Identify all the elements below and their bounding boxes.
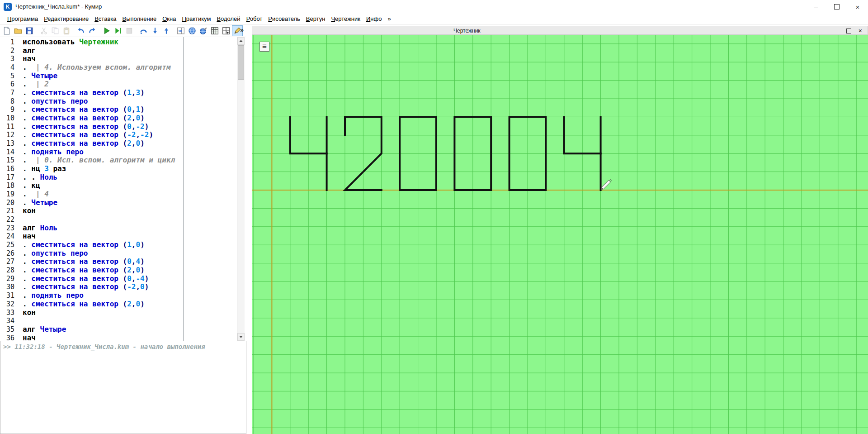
code-line[interactable]: . | 4. Используем вспом. алгоритм — [23, 63, 183, 72]
menu-praktikum[interactable]: Практикум — [179, 14, 213, 24]
scroll-up-button[interactable] — [237, 37, 245, 45]
console-message: >> 11:32:18 - Чертежник_Числа.kum - нача… — [0, 341, 246, 352]
toolbar-paste-button — [61, 25, 72, 36]
code-line[interactable]: . сместиться на вектор (1,0) — [23, 241, 183, 249]
code-line[interactable] — [23, 215, 183, 224]
panel-splitter[interactable] — [246, 24, 252, 434]
close-button[interactable]: × — [847, 0, 868, 14]
code-line[interactable]: кон — [23, 207, 183, 215]
output-console[interactable]: >> 11:32:18 - Чертежник_Числа.kum - нача… — [0, 341, 246, 434]
toolbar-save-button[interactable] — [24, 25, 35, 36]
code-line[interactable]: кон — [23, 309, 183, 317]
toolbar-robot-window-button[interactable] — [187, 25, 198, 36]
scroll-down-button[interactable] — [237, 333, 245, 341]
line-number: 20 — [0, 199, 17, 207]
code-editor[interactable]: 1234567891011121314151617181920212223242… — [0, 37, 246, 341]
menu-okna[interactable]: Окна — [160, 14, 179, 24]
menu-overflow[interactable]: » — [385, 14, 393, 24]
code-line[interactable]: алг — [23, 47, 183, 55]
editor-scrollbar[interactable] — [237, 37, 245, 341]
line-number: 1 — [0, 38, 17, 47]
toolbar-show-margins-button[interactable]: 10 — [175, 25, 186, 36]
menu-risovatel[interactable]: Рисователь — [265, 14, 302, 24]
code-line[interactable]: нач — [23, 55, 183, 63]
toolbar-step-in-button[interactable] — [150, 25, 160, 36]
code-line[interactable]: . опустить перо — [23, 249, 183, 258]
code-line[interactable]: . поднять перо — [23, 148, 183, 157]
code-line[interactable]: . сместиться на вектор (2,0) — [23, 266, 183, 275]
code-line[interactable]: . | 2 — [23, 80, 183, 89]
drawer-close-icon[interactable]: × — [859, 27, 862, 35]
toolbar-run-button[interactable] — [101, 25, 112, 36]
code-line[interactable]: . | 4 — [23, 190, 183, 199]
menu-redaktirovanie[interactable]: Редактирование — [41, 14, 91, 24]
toolbar-overflow-button[interactable]: » — [240, 26, 244, 33]
toolbar-open-button[interactable] — [13, 25, 24, 36]
code-line[interactable]: . сместиться на вектор (1,3) — [23, 89, 183, 97]
code-line[interactable]: . опустить перо — [23, 97, 183, 106]
code-line[interactable]: . сместиться на вектор (0,-2) — [23, 123, 183, 131]
drawer-title: Чертежник — [453, 28, 481, 34]
code-line[interactable]: . . Ноль — [23, 173, 183, 182]
code-line[interactable]: . сместиться на вектор (0,4) — [23, 258, 183, 266]
code-line[interactable]: использовать Чертежник — [23, 38, 183, 47]
drawer-titlebar[interactable]: Чертежник × — [252, 26, 868, 35]
code-line[interactable]: . сместиться на вектор (2,0) — [23, 114, 183, 123]
code-line[interactable]: . нц 3 раз — [23, 165, 183, 173]
drawer-field-svg — [252, 35, 868, 434]
toolbar-step-over-button[interactable] — [138, 25, 149, 36]
toolbar-field-editor-button[interactable] — [221, 25, 231, 36]
toolbar-redo-button[interactable] — [87, 25, 98, 36]
scrollbar-thumb[interactable] — [238, 45, 244, 80]
menu-vypolnenie[interactable]: Выполнение — [120, 14, 160, 24]
step-in-icon — [151, 27, 159, 35]
code-area[interactable]: использовать Чертежникалгнач. | 4. Испол… — [23, 38, 183, 341]
code-line[interactable]: . кц — [23, 181, 183, 190]
toolbar-new-button[interactable] — [1, 25, 12, 36]
code-line[interactable]: нач — [23, 232, 183, 241]
menu-info[interactable]: Инфо — [363, 14, 384, 24]
cut-icon — [40, 27, 48, 35]
line-number: 31 — [0, 291, 17, 300]
copy-icon — [51, 27, 59, 35]
toolbar-step-out-button[interactable] — [161, 25, 172, 36]
code-line[interactable]: . сместиться на вектор (0,1) — [23, 105, 183, 114]
code-line[interactable]: алг Ноль — [23, 224, 183, 233]
code-line[interactable]: . сместиться на вектор (-2,-2) — [23, 131, 183, 139]
menu-robot[interactable]: Робот — [244, 14, 265, 24]
line-number: 9 — [0, 105, 17, 114]
toolbar-copy-button — [50, 25, 61, 36]
drawer-menu-button[interactable]: ≡ — [259, 42, 269, 52]
menu-chertezhnik[interactable]: Чертежник — [328, 14, 363, 24]
code-line[interactable]: . | 0. Исп. вспом. алгоритм и цикл — [23, 156, 183, 165]
code-line[interactable]: . Четыре — [23, 72, 183, 81]
toolbar-robot-field-button[interactable] — [209, 25, 220, 36]
code-line[interactable]: . Четыре — [23, 199, 183, 207]
robot-window-icon — [188, 27, 196, 35]
toolbar-stop-button — [124, 25, 135, 36]
code-line[interactable]: . поднять перо — [23, 291, 183, 300]
code-line[interactable] — [23, 317, 183, 325]
menu-vertun[interactable]: Вертун — [303, 14, 328, 24]
line-number: 17 — [0, 173, 17, 182]
toolbar-undo-button[interactable] — [75, 25, 86, 36]
scroll-down-icon — [239, 336, 243, 338]
menu-vstavka[interactable]: Вставка — [92, 14, 119, 24]
minimize-button[interactable]: – — [806, 0, 826, 14]
code-line[interactable]: . сместиться на вектор (-2,0) — [23, 283, 183, 291]
drawer-window: Чертежник × ≡ — [252, 26, 868, 434]
code-line[interactable]: . сместиться на вектор (2,0) — [23, 139, 183, 148]
code-line[interactable]: алг Четыре — [23, 325, 183, 334]
menu-vodoley[interactable]: Водолей — [214, 14, 243, 24]
margin-area — [184, 37, 237, 341]
maximize-button[interactable] — [826, 0, 847, 14]
undock-icon[interactable] — [846, 29, 851, 33]
menu-programma[interactable]: Программа — [5, 14, 41, 24]
toolbar-robot-tools-button[interactable] — [198, 25, 209, 36]
toolbar-run-step-button[interactable] — [113, 25, 123, 36]
line-number: 33 — [0, 309, 17, 317]
code-line[interactable]: . сместиться на вектор (2,0) — [23, 300, 183, 309]
code-line[interactable]: нач — [23, 334, 183, 341]
code-line[interactable]: . сместиться на вектор (0,-4) — [23, 275, 183, 283]
line-number: 25 — [0, 241, 17, 249]
